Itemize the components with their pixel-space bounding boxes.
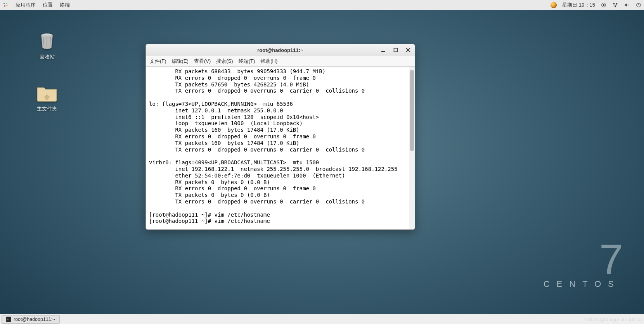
terminal-icon: >_	[6, 317, 11, 322]
menu-view[interactable]: 查看(V)	[194, 58, 211, 65]
terminal-window: root@hadoop111:~ 文件(F) 编辑(E) 查看(V) 搜索(S)…	[145, 44, 415, 230]
network-icon[interactable]	[612, 2, 618, 8]
terminal-scrollbar-thumb[interactable]	[410, 70, 414, 151]
desktop-icon-home[interactable]: 主文件夹	[26, 82, 68, 112]
terminal-output[interactable]: RX packets 688433 bytes 990594333 (944.7…	[146, 67, 409, 229]
window-close-button[interactable]	[405, 47, 412, 53]
menu-edit[interactable]: 编辑(E)	[172, 58, 189, 65]
clock[interactable]: 星期日 19：15	[562, 2, 595, 9]
taskbar: >_ root@hadoop111:~	[0, 314, 644, 324]
svg-point-2	[7, 5, 8, 6]
taskbar-entry-label: root@hadoop111:~	[14, 317, 55, 322]
window-minimize-button[interactable]	[380, 47, 387, 53]
svg-rect-6	[613, 3, 615, 4]
power-icon[interactable]	[635, 2, 642, 8]
desktop-icon-home-label: 主文件夹	[26, 105, 68, 112]
volume-icon[interactable]	[624, 2, 630, 8]
svg-point-5	[603, 4, 604, 6]
taskbar-entry-terminal[interactable]: >_ root@hadoop111:~	[2, 315, 60, 324]
desktop-icon-trash[interactable]: 回收站	[26, 30, 68, 60]
menu-help[interactable]: 帮助(H)	[260, 58, 277, 65]
menu-terminal[interactable]: 终端(T)	[239, 58, 255, 65]
svg-point-0	[3, 3, 5, 4]
svg-rect-13	[394, 48, 398, 52]
menu-terminal[interactable]: 终端	[60, 2, 70, 9]
centos-watermark: 7 CENTOS	[544, 238, 621, 289]
svg-rect-8	[615, 5, 616, 7]
window-maximize-button[interactable]	[392, 47, 399, 53]
menu-search[interactable]: 搜索(S)	[216, 58, 233, 65]
desktop-icon-trash-label: 回收站	[26, 53, 68, 60]
svg-point-3	[4, 5, 5, 7]
svg-point-1	[6, 3, 7, 4]
menu-places[interactable]: 位置	[43, 2, 53, 9]
window-title: root@hadoop111:~	[257, 47, 303, 53]
top-panel: 应用程序 位置 终端 星期日 19：15	[0, 0, 644, 10]
menu-applications[interactable]: 应用程序	[16, 2, 36, 9]
terminal-menubar: 文件(F) 编辑(E) 查看(V) 搜索(S) 终端(T) 帮助(H)	[146, 56, 415, 67]
gnome-logo-icon	[2, 2, 9, 8]
csdn-watermark: CSDN @hungry bread014	[584, 317, 641, 322]
update-notifier-icon[interactable]	[551, 2, 557, 8]
menu-file[interactable]: 文件(F)	[150, 58, 166, 65]
desktop: 应用程序 位置 终端 星期日 19：15	[0, 0, 644, 324]
window-titlebar[interactable]: root@hadoop111:~	[146, 44, 415, 56]
centos-7-glyph: 7	[544, 238, 621, 281]
privacy-icon[interactable]	[601, 2, 607, 8]
svg-rect-7	[616, 3, 618, 4]
terminal-scrollbar[interactable]	[409, 67, 415, 229]
